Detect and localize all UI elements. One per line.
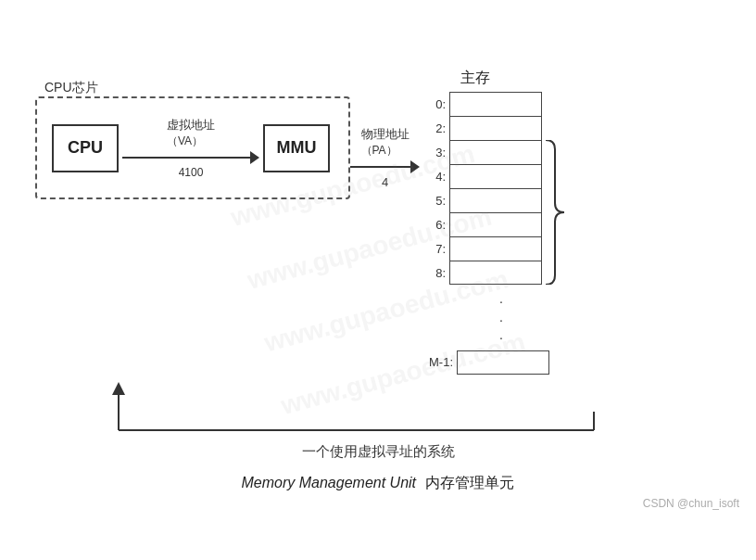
pa-line-body — [350, 166, 410, 168]
memory-row-3: 3: — [420, 140, 542, 164]
addr-3: 3: — [420, 146, 449, 159]
addr-m1: M-1: — [420, 355, 457, 369]
pa-arrow-line — [350, 160, 420, 173]
cpu-box: CPU — [52, 124, 119, 172]
pa-arrow-head — [410, 160, 420, 173]
cell-7 — [449, 236, 542, 261]
memory-row-6: 6: — [420, 212, 542, 236]
cell-5 — [449, 188, 542, 212]
cpu-chip-label: CPU芯片 — [44, 80, 98, 96]
cell-8 — [449, 261, 542, 285]
memory-row-5: 5: — [420, 188, 542, 212]
footer-label: Memory Management Unit 内存管理单元 — [17, 474, 739, 493]
brace-svg — [542, 140, 568, 285]
memory-title: 主存 — [420, 69, 531, 88]
footer-chinese: 内存管理单元 — [425, 475, 514, 490]
cell-0 — [449, 92, 542, 116]
memory-section: 主存 0: 2: 3: — [420, 69, 549, 375]
addr-6: 6: — [420, 218, 449, 232]
addr-2: 2: — [420, 121, 449, 135]
va-arrow-line — [122, 151, 259, 164]
addr-7: 7: — [420, 242, 449, 256]
cell-m1 — [457, 350, 549, 375]
memory-blocks-wrapper: 0: 2: 3: 4: — [420, 92, 549, 375]
memory-row-8: 8: — [420, 261, 542, 285]
diagram-wrapper: CPU芯片 CPU 虚拟地址 （VA） — [17, 50, 739, 510]
pa-section: 物理地址 （PA） 4 — [350, 126, 420, 189]
va-line-body — [122, 157, 250, 159]
memory-dots: . . . — [420, 285, 549, 350]
cell-3 — [449, 140, 542, 164]
pa-value: 4 — [382, 175, 388, 189]
pa-label: 物理地址 （PA） — [361, 126, 410, 159]
cpu-mmu-row: CPU 虚拟地址 （VA） 4100 — [52, 117, 330, 179]
memory-row-4: 4: — [420, 164, 542, 188]
memory-row-7: 7: — [420, 236, 542, 261]
cell-2 — [449, 116, 542, 140]
footer-english: Memory Management Unit — [242, 475, 417, 490]
cpu-chip-box: CPU芯片 CPU 虚拟地址 （VA） — [35, 96, 350, 199]
addr-4: 4: — [420, 170, 449, 184]
addr-5: 5: — [420, 194, 449, 208]
bottom-caption: 一个使用虚拟寻址的系统 — [17, 443, 739, 461]
svg-marker-3 — [112, 382, 125, 395]
diagram-container: CPU芯片 CPU 虚拟地址 （VA） — [17, 50, 739, 510]
mmu-box: MMU — [263, 124, 330, 172]
highlighted-rows: 3: 4: 5: 6: — [420, 140, 542, 285]
memory-row-m1: M-1: — [420, 350, 549, 375]
va-label: 虚拟地址 （VA） — [167, 117, 215, 149]
addr-0: 0: — [420, 97, 449, 111]
va-arrow-section: 虚拟地址 （VA） 4100 — [119, 117, 263, 179]
feedback-arrow-svg — [35, 365, 739, 439]
mmu-label: MMU — [277, 138, 317, 158]
memory-row-2: 2: — [420, 116, 549, 140]
memory-row-0: 0: — [420, 92, 549, 116]
va-value: 4100 — [179, 166, 204, 179]
footer-source: CSDN @chun_isoft — [17, 497, 739, 510]
cell-4 — [449, 164, 542, 188]
va-arrow-head — [250, 151, 259, 164]
cpu-label: CPU — [68, 138, 103, 158]
addr-8: 8: — [420, 266, 449, 280]
cell-6 — [449, 212, 542, 236]
